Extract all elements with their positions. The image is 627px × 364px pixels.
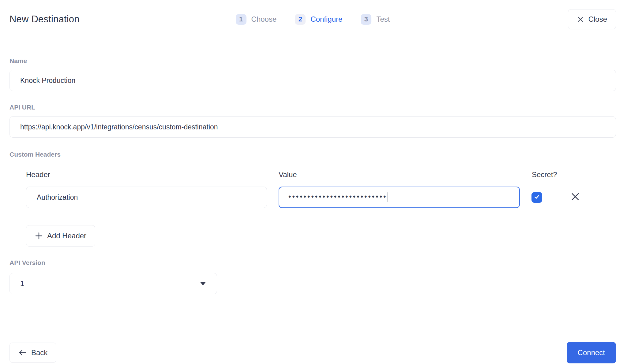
custom-headers-table: Header Value Secret? •••••••••••••••••••… — [26, 170, 616, 208]
api-url-input[interactable] — [9, 116, 616, 138]
step-choose-badge: 1 — [236, 14, 246, 25]
api-url-label: API URL — [9, 103, 616, 111]
page-title: New Destination — [9, 14, 80, 25]
text-cursor — [388, 192, 388, 202]
step-choose-label: Choose — [251, 15, 277, 24]
name-input[interactable] — [9, 70, 616, 91]
masked-value-text: •••••••••••••••••••••••••• — [288, 193, 387, 200]
header-value-cell: •••••••••••••••••••••••••• — [279, 187, 520, 208]
api-version-label: API Version — [9, 259, 616, 267]
plus-icon — [35, 232, 43, 240]
close-button-label: Close — [588, 15, 607, 24]
header-value-input[interactable]: •••••••••••••••••••••••••• — [279, 187, 520, 208]
custom-headers-label: Custom Headers — [9, 150, 616, 158]
new-destination-dialog: New Destination 1 Choose 2 Configure 3 T… — [0, 0, 627, 364]
step-test-badge: 3 — [361, 14, 371, 25]
header-column-label: Header — [26, 170, 267, 179]
step-configure[interactable]: 2 Configure — [295, 14, 342, 25]
dialog-footer: Back Connect — [9, 342, 616, 363]
select-caret-area[interactable] — [189, 273, 217, 294]
step-configure-label: Configure — [310, 15, 342, 24]
name-label: Name — [9, 57, 616, 65]
chevron-down-icon — [200, 282, 206, 285]
add-header-button[interactable]: Add Header — [26, 225, 95, 247]
step-test[interactable]: 3 Test — [361, 14, 390, 25]
connect-button[interactable]: Connect — [567, 342, 616, 363]
value-column-label: Value — [279, 170, 520, 179]
secret-column-label: Secret? — [531, 170, 616, 179]
close-button[interactable]: Close — [568, 9, 616, 29]
back-button[interactable]: Back — [9, 343, 56, 363]
back-button-label: Back — [31, 348, 47, 357]
header-name-input[interactable] — [26, 187, 267, 208]
check-icon — [534, 194, 540, 201]
header-row-cell — [26, 187, 267, 208]
secret-checkbox[interactable] — [531, 192, 542, 203]
delete-header-button[interactable] — [570, 191, 581, 203]
step-test-label: Test — [376, 15, 390, 24]
x-delete-icon — [570, 191, 581, 203]
dialog-header: New Destination 1 Choose 2 Configure 3 T… — [9, 0, 616, 29]
api-version-select[interactable]: 1 — [9, 273, 217, 294]
step-configure-badge: 2 — [295, 14, 306, 25]
close-icon — [577, 16, 584, 23]
arrow-left-icon — [18, 349, 27, 356]
wizard-steps: 1 Choose 2 Configure 3 Test — [236, 9, 390, 29]
step-choose[interactable]: 1 Choose — [236, 14, 277, 25]
header-secret-cell — [531, 187, 616, 208]
add-header-label: Add Header — [47, 232, 86, 240]
api-version-value: 1 — [10, 273, 189, 294]
